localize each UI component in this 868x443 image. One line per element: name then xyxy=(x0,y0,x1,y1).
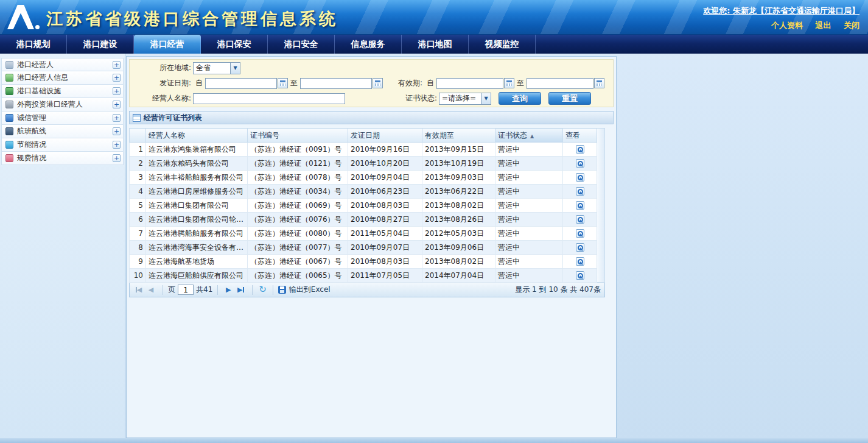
view-cell xyxy=(563,255,597,269)
table-row[interactable]: 2连云港东粮码头有限公司（苏连）港经证（0121）号2010年10月20日201… xyxy=(130,157,597,171)
view-icon[interactable] xyxy=(576,229,584,238)
issue-date-cell: 2010年08月27日 xyxy=(348,213,422,227)
next-page-button[interactable]: ▶ xyxy=(223,285,234,296)
view-cell xyxy=(563,199,597,213)
valid-until-cell: 2013年08月02日 xyxy=(422,199,495,213)
sidebar-item-label: 港口基础设施 xyxy=(17,86,61,96)
table-row[interactable]: 3连云港丰裕船舶服务有限公司（苏连）港经证（0078）号2010年09月04日2… xyxy=(130,171,597,185)
view-icon[interactable] xyxy=(576,159,584,168)
view-icon[interactable] xyxy=(576,257,584,266)
certificate-status-cell: 营运中 xyxy=(495,157,563,171)
nav-tab-3[interactable]: 港口保安 xyxy=(201,35,268,54)
sidebar-item-6[interactable]: 节能情况+ xyxy=(1,138,124,152)
sidebar-item-4[interactable]: 诚信管理+ xyxy=(1,112,124,125)
logout-link[interactable]: 退出 xyxy=(815,21,831,30)
doc-arrow-icon xyxy=(5,74,13,82)
issue-date-cell: 2010年09月04日 xyxy=(348,171,422,185)
operator-name-cell: 连云港港口集团有限公司轮驳... xyxy=(146,213,248,227)
sidebar-list: 港口经营人+港口经营人信息+港口基础设施+外商投资港口经营人+诚信管理+航班航线… xyxy=(1,58,124,165)
table-row[interactable]: 1连云港东鸿集装箱有限公司（苏连）港经证（0091）号2010年09月16日20… xyxy=(130,143,597,157)
person-icon xyxy=(5,101,13,108)
reset-button[interactable]: 重置 xyxy=(548,92,591,105)
col-valid-until[interactable]: 有效期至 xyxy=(422,129,495,143)
valid-until-cell: 2013年10月19日 xyxy=(422,157,495,171)
expand-plus-button[interactable]: + xyxy=(113,127,121,135)
page-number-input[interactable] xyxy=(178,285,194,295)
profile-link[interactable]: 个人资料 xyxy=(771,21,803,30)
certificate-status-cell: 营运中 xyxy=(495,255,563,269)
valid-from-input[interactable] xyxy=(436,78,503,89)
expand-plus-button[interactable]: + xyxy=(113,61,121,69)
expand-plus-button[interactable]: + xyxy=(113,87,121,95)
query-button[interactable]: 查询 xyxy=(499,92,541,105)
nav-tab-5[interactable]: 信息服务 xyxy=(335,35,402,54)
table-row[interactable]: 7连云港港腾船舶服务有限公司（苏连）港经证（0080）号2011年05月04日2… xyxy=(130,227,597,241)
chevron-down-icon: ▼ xyxy=(230,63,240,74)
nav-tab-label: 港口经营 xyxy=(150,39,184,49)
certificate-number-cell: （苏连）港经证（0069）号 xyxy=(248,199,348,213)
col-cert-number[interactable]: 证书编号 xyxy=(248,129,348,143)
last-page-button[interactable]: ▶ xyxy=(235,285,246,296)
nav-tab-1[interactable]: 港口建设 xyxy=(67,35,134,54)
nav-tab-label: 港口地图 xyxy=(418,39,452,49)
table-row[interactable]: 8连云港港湾海事安全设备有限...（苏连）港经证（0077）号2010年09月0… xyxy=(130,241,597,255)
export-excel-button[interactable]: 输出到Excel xyxy=(289,285,331,295)
expand-plus-button[interactable]: + xyxy=(113,101,121,108)
operator-name-cell: 连云港港腾船舶服务有限公司 xyxy=(146,227,248,241)
cert-status-select[interactable]: =请选择= ▼ xyxy=(439,93,491,105)
nav-tab-6[interactable]: 港口地图 xyxy=(402,35,469,54)
expand-plus-button[interactable]: + xyxy=(113,74,121,82)
grid-title: 经营许可证书列表 xyxy=(144,113,202,123)
save-disk-icon[interactable] xyxy=(278,286,286,294)
col-status[interactable]: 证书状态▲ xyxy=(495,129,563,143)
view-icon[interactable] xyxy=(576,243,584,252)
close-link[interactable]: 关闭 xyxy=(844,21,859,30)
fee-icon xyxy=(5,154,13,162)
view-cell xyxy=(563,171,597,185)
expand-plus-button[interactable]: + xyxy=(113,114,121,122)
calendar-icon[interactable] xyxy=(373,78,383,88)
sidebar-item-1[interactable]: 港口经营人信息+ xyxy=(1,71,124,85)
sidebar-item-7[interactable]: 规费情况+ xyxy=(1,152,124,165)
calendar-icon[interactable] xyxy=(594,78,604,88)
operator-name-input[interactable] xyxy=(193,93,345,104)
nav-tab-0[interactable]: 港口规划 xyxy=(0,35,67,54)
issue-date-to-input[interactable] xyxy=(300,78,372,89)
region-select[interactable]: 全省 ▼ xyxy=(193,62,240,74)
sidebar-item-0[interactable]: 港口经营人+ xyxy=(1,58,124,71)
issue-date-from-input[interactable] xyxy=(205,78,277,89)
certificate-number-cell: （苏连）港经证（0067）号 xyxy=(248,255,348,269)
view-icon[interactable] xyxy=(576,201,584,210)
table-row[interactable]: 9连云港海航基地货场（苏连）港经证（0067）号2010年08月03日2013年… xyxy=(130,255,597,269)
table-row[interactable]: 10连云港海巨船舶供应有限公司（苏连）港经证（0065）号2011年07月05日… xyxy=(130,269,597,283)
table-row[interactable]: 5连云港港口集团有限公司（苏连）港经证（0069）号2010年08月03日201… xyxy=(130,199,597,213)
row-number: 10 xyxy=(130,269,146,283)
prev-page-button[interactable]: ◀ xyxy=(145,285,156,296)
sidebar-item-3[interactable]: 外商投资港口经营人+ xyxy=(1,98,124,112)
calendar-icon[interactable] xyxy=(278,78,288,88)
sidebar-item-5[interactable]: 航班航线+ xyxy=(1,125,124,138)
nav-tab-2[interactable]: 港口经营 xyxy=(134,35,201,54)
col-issue-date[interactable]: 发证日期 xyxy=(348,129,422,143)
table-scrollbar[interactable] xyxy=(597,128,605,283)
sidebar-item-2[interactable]: 港口基础设施+ xyxy=(1,85,124,98)
table-row[interactable]: 4连云港港口房屋维修服务公司（苏连）港经证（0034）号2010年06月23日2… xyxy=(130,185,597,199)
nav-tab-7[interactable]: 视频监控 xyxy=(469,35,536,54)
nav-tab-4[interactable]: 港口安全 xyxy=(268,35,335,54)
expand-plus-button[interactable]: + xyxy=(113,141,121,149)
table-row[interactable]: 6连云港港口集团有限公司轮驳...（苏连）港经证（0076）号2010年08月2… xyxy=(130,213,597,227)
view-icon[interactable] xyxy=(576,173,584,182)
view-icon[interactable] xyxy=(576,187,584,196)
valid-to-input[interactable] xyxy=(527,78,593,89)
valid-period-group: 有效期: 自 至 xyxy=(389,78,611,89)
refresh-icon[interactable]: ↻ xyxy=(259,285,267,294)
view-icon[interactable] xyxy=(576,271,584,280)
operator-name-cell: 连云港东鸿集装箱有限公司 xyxy=(146,143,248,157)
expand-plus-button[interactable]: + xyxy=(113,154,121,162)
first-page-button[interactable]: ◀ xyxy=(133,285,144,296)
view-icon[interactable] xyxy=(576,215,584,224)
operator-name-cell: 连云港海巨船舶供应有限公司 xyxy=(146,269,248,283)
col-operator-name[interactable]: 经营人名称 xyxy=(146,129,248,143)
view-icon[interactable] xyxy=(576,145,584,154)
calendar-icon[interactable] xyxy=(504,78,514,88)
